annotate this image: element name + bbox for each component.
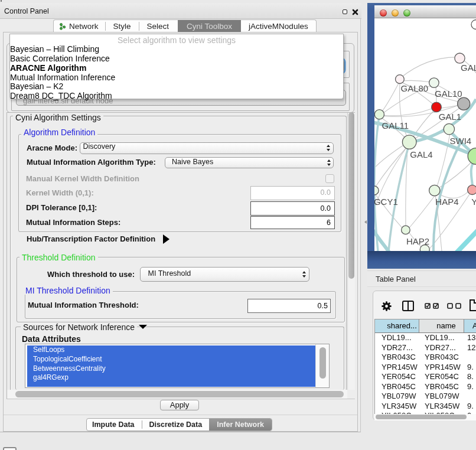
svg-text:GCY1: GCY1 <box>374 197 398 207</box>
svg-text:Y: Y <box>471 197 476 207</box>
svg-text:GAL1: GAL1 <box>439 112 461 122</box>
svg-text:GAL10: GAL10 <box>435 89 462 99</box>
svg-text:GAL: GAL <box>461 63 476 73</box>
svg-text:SWI4: SWI4 <box>450 136 472 146</box>
svg-text:HAP2: HAP2 <box>406 236 429 246</box>
svg-text:HAP4: HAP4 <box>435 197 458 207</box>
svg-text:GAL4: GAL4 <box>410 149 432 159</box>
svg-text:GAL80: GAL80 <box>401 83 429 93</box>
svg-text:GAL11: GAL11 <box>382 120 409 131</box>
